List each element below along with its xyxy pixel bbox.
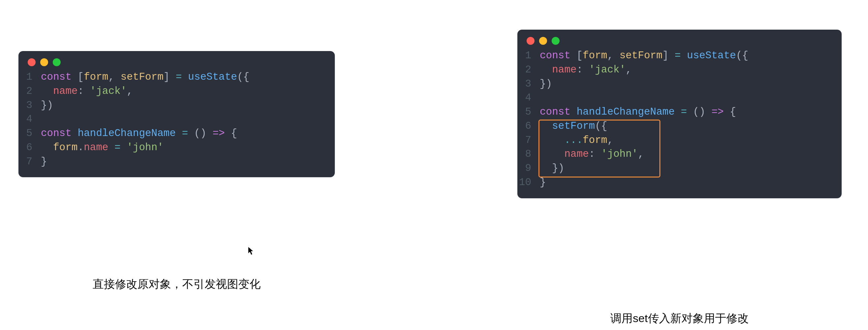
line-number: 7	[517, 133, 538, 147]
code-line: 9 })	[517, 161, 842, 175]
code-content: })	[538, 161, 564, 175]
code-content: const [form, setForm] = useState({	[538, 49, 748, 63]
code-line: 8 name: 'john',	[517, 147, 842, 161]
code-line: 6 form.name = 'john'	[19, 141, 335, 155]
line-number: 5	[19, 127, 39, 141]
code-content: setForm({	[538, 119, 607, 133]
line-number: 3	[19, 98, 39, 112]
code-line: 2 name: 'jack',	[517, 63, 842, 77]
code-content: form.name = 'john'	[39, 141, 163, 155]
window-traffic-lights	[19, 51, 335, 70]
line-number: 6	[517, 119, 538, 133]
right-code-window: 1const [form, setForm] = useState({2 nam…	[517, 30, 842, 198]
code-content: }	[39, 155, 47, 169]
left-caption: 直接修改原对象，不引发视图变化	[93, 277, 261, 292]
mouse-cursor-icon	[248, 246, 255, 256]
line-number: 8	[517, 147, 538, 161]
minimize-dot-icon	[40, 58, 48, 66]
maximize-dot-icon	[53, 58, 61, 66]
line-number: 4	[19, 112, 39, 127]
code-line: 3})	[19, 98, 335, 112]
window-traffic-lights	[517, 30, 842, 49]
line-number: 3	[517, 77, 538, 91]
code-line: 1const [form, setForm] = useState({	[19, 70, 335, 84]
line-number: 1	[517, 49, 538, 63]
code-content	[538, 91, 540, 105]
code-content: name: 'john',	[538, 147, 644, 161]
code-line: 7 ...form,	[517, 133, 842, 147]
code-line: 3})	[517, 77, 842, 91]
line-number: 9	[517, 161, 538, 175]
code-line: 1const [form, setForm] = useState({	[517, 49, 842, 63]
left-code-body: 1const [form, setForm] = useState({2 nam…	[19, 70, 335, 169]
code-line: 5const handleChangeName = () => {	[19, 127, 335, 141]
right-code-body: 1const [form, setForm] = useState({2 nam…	[517, 49, 842, 190]
maximize-dot-icon	[552, 37, 560, 45]
code-line: 4	[517, 91, 842, 105]
line-number: 7	[19, 155, 39, 169]
line-number: 6	[19, 141, 39, 155]
code-content: ...form,	[538, 133, 613, 147]
code-content: const handleChangeName = () => {	[39, 127, 237, 141]
left-panel: 1const [form, setForm] = useState({2 nam…	[19, 51, 335, 177]
code-content	[39, 112, 41, 127]
right-caption: 调用set传入新对象用于修改	[610, 311, 748, 326]
code-content: name: 'jack',	[39, 84, 133, 98]
line-number: 10	[517, 175, 538, 190]
close-dot-icon	[527, 37, 534, 45]
line-number: 4	[517, 91, 538, 105]
code-content: })	[538, 77, 552, 91]
line-number: 2	[19, 84, 39, 98]
code-line: 4	[19, 112, 335, 127]
code-line: 7}	[19, 155, 335, 169]
code-line: 6 setForm({	[517, 119, 842, 133]
line-number: 1	[19, 70, 39, 84]
close-dot-icon	[28, 58, 36, 66]
minimize-dot-icon	[539, 37, 547, 45]
right-panel: 1const [form, setForm] = useState({2 nam…	[517, 30, 842, 198]
code-content: name: 'jack',	[538, 63, 632, 77]
code-line: 2 name: 'jack',	[19, 84, 335, 98]
code-content: }	[538, 175, 546, 190]
line-number: 2	[517, 63, 538, 77]
code-line: 10}	[517, 175, 842, 190]
code-line: 5const handleChangeName = () => {	[517, 105, 842, 119]
line-number: 5	[517, 105, 538, 119]
code-content: })	[39, 98, 53, 112]
code-content: const [form, setForm] = useState({	[39, 70, 249, 84]
code-content: const handleChangeName = () => {	[538, 105, 736, 119]
left-code-window: 1const [form, setForm] = useState({2 nam…	[19, 51, 335, 177]
